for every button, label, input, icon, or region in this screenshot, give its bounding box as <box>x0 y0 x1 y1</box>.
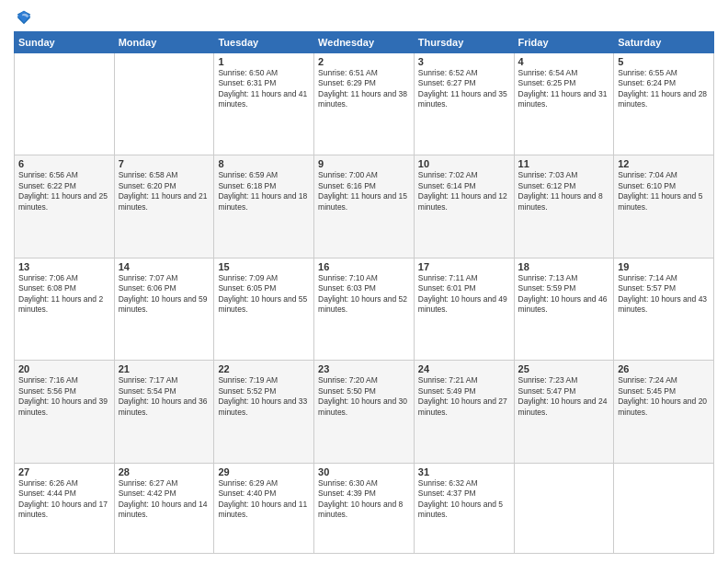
day-number: 1 <box>218 56 310 67</box>
weekday-header-sunday: Sunday <box>15 32 115 53</box>
cell-text: Sunrise: 7:20 AM Sunset: 5:50 PM Dayligh… <box>318 375 410 418</box>
logo <box>14 9 32 26</box>
calendar-cell <box>114 53 214 155</box>
page: SundayMondayTuesdayWednesdayThursdayFrid… <box>0 0 728 563</box>
cell-text: Sunrise: 6:26 AM Sunset: 4:44 PM Dayligh… <box>18 478 110 521</box>
calendar-cell: 17Sunrise: 7:11 AM Sunset: 6:01 PM Dayli… <box>414 258 514 360</box>
weekday-header-monday: Monday <box>114 32 214 53</box>
cell-text: Sunrise: 7:00 AM Sunset: 6:16 PM Dayligh… <box>318 170 410 213</box>
day-number: 29 <box>218 466 310 477</box>
cell-text: Sunrise: 7:03 AM Sunset: 6:12 PM Dayligh… <box>518 170 610 213</box>
calendar-cell: 8Sunrise: 6:59 AM Sunset: 6:18 PM Daylig… <box>214 155 314 258</box>
header <box>14 9 714 26</box>
calendar-cell: 6Sunrise: 6:56 AM Sunset: 6:22 PM Daylig… <box>15 155 115 258</box>
cell-text: Sunrise: 7:11 AM Sunset: 6:01 PM Dayligh… <box>418 273 510 316</box>
calendar-table: SundayMondayTuesdayWednesdayThursdayFrid… <box>14 31 714 554</box>
calendar-cell: 23Sunrise: 7:20 AM Sunset: 5:50 PM Dayli… <box>314 361 415 463</box>
day-number: 9 <box>318 158 410 169</box>
day-number: 22 <box>218 363 310 374</box>
calendar-cell: 14Sunrise: 7:07 AM Sunset: 6:06 PM Dayli… <box>114 258 214 360</box>
calendar-cell: 21Sunrise: 7:17 AM Sunset: 5:54 PM Dayli… <box>114 361 214 463</box>
calendar-cell: 25Sunrise: 7:23 AM Sunset: 5:47 PM Dayli… <box>514 361 614 463</box>
day-number: 10 <box>418 158 510 169</box>
calendar-cell: 20Sunrise: 7:16 AM Sunset: 5:56 PM Dayli… <box>15 361 115 463</box>
cell-text: Sunrise: 6:50 AM Sunset: 6:31 PM Dayligh… <box>218 68 310 110</box>
calendar-cell: 4Sunrise: 6:54 AM Sunset: 6:25 PM Daylig… <box>514 53 614 155</box>
calendar-cell: 10Sunrise: 7:02 AM Sunset: 6:14 PM Dayli… <box>414 155 514 258</box>
cell-text: Sunrise: 7:16 AM Sunset: 5:56 PM Dayligh… <box>18 375 110 418</box>
cell-text: Sunrise: 6:51 AM Sunset: 6:29 PM Dayligh… <box>318 68 410 110</box>
cell-text: Sunrise: 6:30 AM Sunset: 4:39 PM Dayligh… <box>318 478 410 521</box>
weekday-header-saturday: Saturday <box>614 32 714 53</box>
cell-text: Sunrise: 7:13 AM Sunset: 5:59 PM Dayligh… <box>518 273 610 316</box>
calendar-cell: 18Sunrise: 7:13 AM Sunset: 5:59 PM Dayli… <box>514 258 614 360</box>
day-number: 14 <box>119 261 210 272</box>
calendar-cell: 19Sunrise: 7:14 AM Sunset: 5:57 PM Dayli… <box>614 258 714 360</box>
cell-text: Sunrise: 6:52 AM Sunset: 6:27 PM Dayligh… <box>418 68 510 110</box>
calendar-cell: 29Sunrise: 6:29 AM Sunset: 4:40 PM Dayli… <box>214 463 314 553</box>
calendar-cell: 16Sunrise: 7:10 AM Sunset: 6:03 PM Dayli… <box>314 258 415 360</box>
cell-text: Sunrise: 6:54 AM Sunset: 6:25 PM Dayligh… <box>518 68 610 110</box>
calendar-cell: 9Sunrise: 7:00 AM Sunset: 6:16 PM Daylig… <box>314 155 415 258</box>
calendar-cell: 15Sunrise: 7:09 AM Sunset: 6:05 PM Dayli… <box>214 258 314 360</box>
cell-text: Sunrise: 7:19 AM Sunset: 5:52 PM Dayligh… <box>218 375 310 418</box>
cell-text: Sunrise: 7:09 AM Sunset: 6:05 PM Dayligh… <box>218 273 310 316</box>
day-number: 2 <box>318 56 410 67</box>
day-number: 17 <box>418 261 510 272</box>
day-number: 28 <box>119 466 210 477</box>
cell-text: Sunrise: 7:07 AM Sunset: 6:06 PM Dayligh… <box>119 273 210 316</box>
cell-text: Sunrise: 7:06 AM Sunset: 6:08 PM Dayligh… <box>18 273 110 316</box>
calendar-cell: 26Sunrise: 7:24 AM Sunset: 5:45 PM Dayli… <box>614 361 714 463</box>
calendar-week-row: 27Sunrise: 6:26 AM Sunset: 4:44 PM Dayli… <box>15 463 714 553</box>
day-number: 13 <box>18 261 110 272</box>
day-number: 31 <box>418 466 510 477</box>
day-number: 16 <box>318 261 410 272</box>
day-number: 6 <box>18 158 110 169</box>
weekday-header-tuesday: Tuesday <box>214 32 314 53</box>
day-number: 23 <box>318 363 410 374</box>
calendar-week-row: 6Sunrise: 6:56 AM Sunset: 6:22 PM Daylig… <box>15 155 714 258</box>
cell-text: Sunrise: 7:23 AM Sunset: 5:47 PM Dayligh… <box>518 375 610 418</box>
cell-text: Sunrise: 7:14 AM Sunset: 5:57 PM Dayligh… <box>618 273 710 316</box>
logo-icon <box>16 9 32 26</box>
day-number: 27 <box>18 466 110 477</box>
calendar-cell: 1Sunrise: 6:50 AM Sunset: 6:31 PM Daylig… <box>214 53 314 155</box>
cell-text: Sunrise: 6:59 AM Sunset: 6:18 PM Dayligh… <box>218 170 310 213</box>
calendar-week-row: 1Sunrise: 6:50 AM Sunset: 6:31 PM Daylig… <box>15 53 714 155</box>
weekday-header-row: SundayMondayTuesdayWednesdayThursdayFrid… <box>15 32 714 53</box>
calendar-cell: 2Sunrise: 6:51 AM Sunset: 6:29 PM Daylig… <box>314 53 415 155</box>
cell-text: Sunrise: 7:21 AM Sunset: 5:49 PM Dayligh… <box>418 375 510 418</box>
calendar-cell: 30Sunrise: 6:30 AM Sunset: 4:39 PM Dayli… <box>314 463 415 553</box>
cell-text: Sunrise: 7:04 AM Sunset: 6:10 PM Dayligh… <box>618 170 710 213</box>
day-number: 25 <box>518 363 610 374</box>
cell-text: Sunrise: 6:56 AM Sunset: 6:22 PM Dayligh… <box>18 170 110 213</box>
calendar-cell: 31Sunrise: 6:32 AM Sunset: 4:37 PM Dayli… <box>414 463 514 553</box>
day-number: 19 <box>618 261 710 272</box>
calendar-cell: 22Sunrise: 7:19 AM Sunset: 5:52 PM Dayli… <box>214 361 314 463</box>
weekday-header-wednesday: Wednesday <box>314 32 415 53</box>
day-number: 20 <box>18 363 110 374</box>
calendar-cell: 5Sunrise: 6:55 AM Sunset: 6:24 PM Daylig… <box>614 53 714 155</box>
day-number: 11 <box>518 158 610 169</box>
cell-text: Sunrise: 6:58 AM Sunset: 6:20 PM Dayligh… <box>119 170 210 213</box>
day-number: 26 <box>618 363 710 374</box>
calendar-cell <box>514 463 614 553</box>
calendar-cell: 7Sunrise: 6:58 AM Sunset: 6:20 PM Daylig… <box>114 155 214 258</box>
calendar-cell: 13Sunrise: 7:06 AM Sunset: 6:08 PM Dayli… <box>15 258 115 360</box>
weekday-header-thursday: Thursday <box>414 32 514 53</box>
day-number: 18 <box>518 261 610 272</box>
day-number: 3 <box>418 56 510 67</box>
weekday-header-friday: Friday <box>514 32 614 53</box>
calendar-cell <box>614 463 714 553</box>
day-number: 5 <box>618 56 710 67</box>
cell-text: Sunrise: 6:27 AM Sunset: 4:42 PM Dayligh… <box>119 478 210 521</box>
calendar-cell: 24Sunrise: 7:21 AM Sunset: 5:49 PM Dayli… <box>414 361 514 463</box>
cell-text: Sunrise: 7:24 AM Sunset: 5:45 PM Dayligh… <box>618 375 710 418</box>
cell-text: Sunrise: 6:32 AM Sunset: 4:37 PM Dayligh… <box>418 478 510 521</box>
day-number: 21 <box>119 363 210 374</box>
cell-text: Sunrise: 7:02 AM Sunset: 6:14 PM Dayligh… <box>418 170 510 213</box>
day-number: 8 <box>218 158 310 169</box>
calendar-cell: 3Sunrise: 6:52 AM Sunset: 6:27 PM Daylig… <box>414 53 514 155</box>
calendar-cell: 11Sunrise: 7:03 AM Sunset: 6:12 PM Dayli… <box>514 155 614 258</box>
day-number: 12 <box>618 158 710 169</box>
